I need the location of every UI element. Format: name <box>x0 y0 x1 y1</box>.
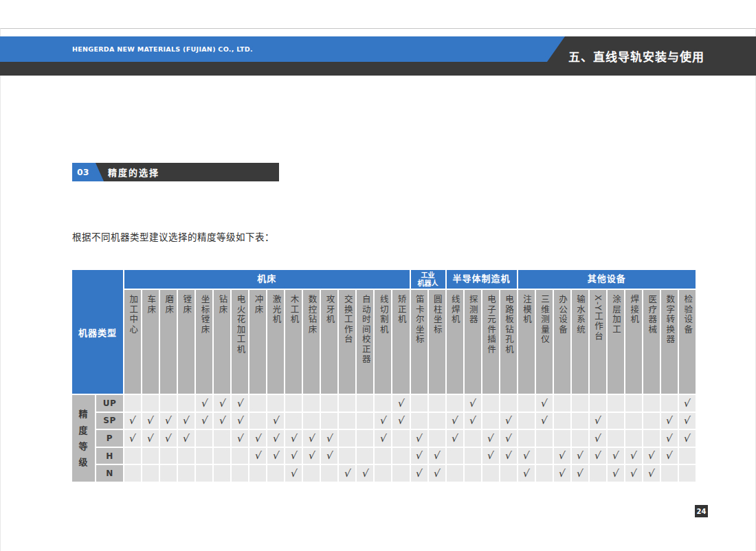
check-mark: √ <box>344 469 351 479</box>
row-group-label: 精度等级 <box>72 395 95 482</box>
column-header: X-Y工作台 <box>590 290 606 394</box>
check-mark: √ <box>147 434 155 444</box>
page: HENGERDA NEW MATERIALS (FUJIAN) CO., LTD… <box>0 0 756 551</box>
data-cell <box>375 465 391 482</box>
check-mark: √ <box>397 398 405 409</box>
column-header: 镗床 <box>178 290 194 394</box>
check-mark: √ <box>666 451 674 461</box>
check-mark: √ <box>576 469 583 479</box>
check-mark: √ <box>308 451 315 461</box>
check-mark: √ <box>433 451 441 461</box>
data-cell <box>608 395 624 412</box>
column-header: 三维测量仪 <box>536 290 553 394</box>
data-cell <box>392 465 409 482</box>
check-mark: √ <box>236 434 244 444</box>
data-cell: √ <box>625 465 642 482</box>
data-cell: √ <box>357 465 373 482</box>
check-mark: √ <box>201 398 208 409</box>
data-cell <box>429 430 445 447</box>
data-cell: √ <box>661 413 678 429</box>
data-cell: √ <box>124 413 141 429</box>
data-cell: √ <box>465 395 481 412</box>
data-cell: √ <box>411 430 427 447</box>
check-mark: √ <box>219 416 226 426</box>
data-cell <box>411 395 427 412</box>
data-cell <box>590 465 606 482</box>
section-bar: 精度的选择 <box>82 163 279 181</box>
check-mark: √ <box>290 469 298 479</box>
data-cell <box>339 395 355 412</box>
data-cell: √ <box>679 413 696 429</box>
check-mark: √ <box>272 416 280 426</box>
data-cell <box>303 465 320 482</box>
column-header: 笛卡尔坐标 <box>411 290 427 394</box>
check-mark: √ <box>594 434 601 444</box>
data-cell: √ <box>500 448 517 464</box>
column-header: 交换工作台 <box>339 290 355 394</box>
column-header: 数控钻床 <box>303 290 320 394</box>
data-cell: √ <box>196 395 212 412</box>
data-cell <box>679 465 696 482</box>
company-name: HENGERDA NEW MATERIALS (FUJIAN) CO., LTD… <box>72 36 253 62</box>
data-cell: √ <box>643 465 660 482</box>
data-cell: √ <box>536 413 553 429</box>
data-cell: √ <box>429 465 445 482</box>
data-cell <box>661 395 678 412</box>
row-label: N <box>96 465 123 482</box>
check-mark: √ <box>326 434 333 444</box>
check-mark: √ <box>540 416 548 426</box>
data-cell <box>392 448 409 464</box>
data-cell: √ <box>178 413 194 429</box>
check-mark: √ <box>129 434 137 444</box>
data-cell <box>285 413 302 429</box>
data-cell <box>124 465 141 482</box>
check-mark: √ <box>612 451 619 461</box>
check-mark: √ <box>666 416 674 426</box>
precision-table: 机器类型机床工业机器人半导体制造机其他设备加工中心车床磨床镗床坐标镗床钻床电火花… <box>72 270 696 482</box>
data-cell <box>518 430 535 447</box>
check-mark: √ <box>183 434 190 444</box>
check-mark: √ <box>594 416 601 426</box>
data-cell: √ <box>661 430 678 447</box>
data-cell <box>214 465 230 482</box>
column-header: 医疗器械 <box>643 290 660 394</box>
check-mark: √ <box>219 398 226 409</box>
data-cell <box>321 413 337 429</box>
data-cell: √ <box>500 430 517 447</box>
column-header: 线焊机 <box>447 290 463 394</box>
column-header: 钻床 <box>214 290 230 394</box>
data-cell: √ <box>411 448 427 464</box>
column-header: 激光机 <box>267 290 284 394</box>
data-cell: √ <box>267 413 284 429</box>
check-mark: √ <box>469 398 476 409</box>
data-cell <box>643 413 660 429</box>
check-mark: √ <box>254 451 262 461</box>
column-header: 坐标镗床 <box>196 290 212 394</box>
check-mark: √ <box>522 451 530 461</box>
data-cell: √ <box>429 448 445 464</box>
check-mark: √ <box>469 416 476 426</box>
check-mark: √ <box>326 451 333 461</box>
check-mark: √ <box>379 434 387 444</box>
data-cell <box>482 413 499 429</box>
check-mark: √ <box>504 451 512 461</box>
check-mark: √ <box>183 416 190 426</box>
data-cell <box>321 465 337 482</box>
data-cell: √ <box>375 430 391 447</box>
data-cell <box>124 395 141 412</box>
data-cell <box>321 395 337 412</box>
data-cell <box>160 395 177 412</box>
data-cell <box>518 395 535 412</box>
data-cell <box>178 395 194 412</box>
data-cell <box>536 448 553 464</box>
data-cell <box>411 413 427 429</box>
data-cell: √ <box>518 465 535 482</box>
data-cell <box>357 395 373 412</box>
data-cell <box>303 395 320 412</box>
data-cell <box>285 395 302 412</box>
check-mark: √ <box>487 451 494 461</box>
data-cell: √ <box>232 413 248 429</box>
check-mark: √ <box>504 434 512 444</box>
check-mark: √ <box>576 451 583 461</box>
data-cell <box>249 395 266 412</box>
